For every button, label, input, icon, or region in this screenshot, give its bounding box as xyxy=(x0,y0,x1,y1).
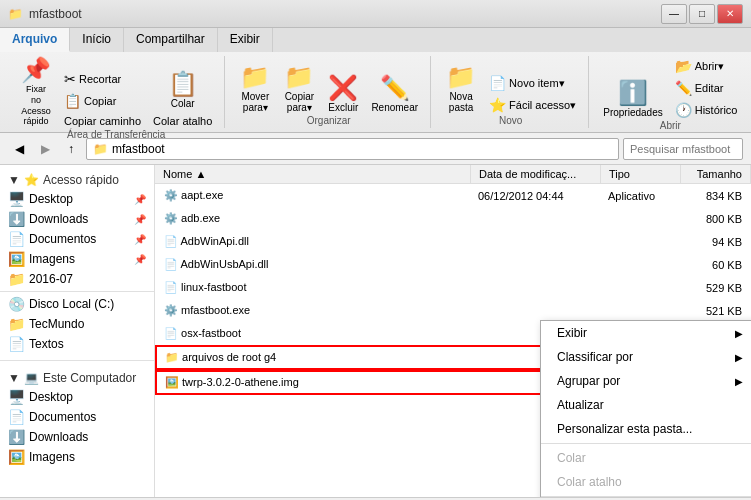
sidebar-item-imagens[interactable]: 🖼️ Imagens 📌 xyxy=(0,249,154,269)
title-bar: 📁 mfastboot — □ ✕ xyxy=(0,0,751,28)
sidebar-item-disco[interactable]: 💿 Disco Local (C:) xyxy=(0,294,154,314)
context-menu-item[interactable]: Colar xyxy=(541,446,751,470)
copiar-caminho-button[interactable]: Copiar caminho xyxy=(60,113,145,129)
ctx-item-label: Exibir xyxy=(557,326,727,340)
sidebar-item-documentos[interactable]: 📄 Documentos 📌 xyxy=(0,229,154,249)
sidebar-item-textos[interactable]: 📄 Textos xyxy=(0,334,154,354)
delete-icon: ❌ xyxy=(328,76,358,100)
quick-access-header[interactable]: ▼ ⭐ Acesso rápido xyxy=(0,169,154,189)
open-icon: 📂 xyxy=(675,58,692,74)
computer-header[interactable]: ▼ 💻 Este Computador xyxy=(0,367,154,387)
maximize-button[interactable]: □ xyxy=(689,4,715,24)
text-icon: 📄 xyxy=(8,336,25,352)
copiar-label: Copiar xyxy=(84,95,116,107)
context-menu-overlay[interactable]: Exibir▶Classificar por▶Agrupar por▶Atual… xyxy=(155,165,751,497)
historico-label: Histórico xyxy=(695,104,738,116)
quick-access-label: Acesso rápido xyxy=(43,173,119,187)
facil-acesso-button[interactable]: ⭐ Fácil acesso▾ xyxy=(485,95,580,115)
colar-atalho-label: Colar atalho xyxy=(153,115,212,127)
star-icon: ⭐ xyxy=(24,173,39,187)
paste-icon: 📋 xyxy=(168,72,198,96)
move-icon: 📁 xyxy=(240,65,270,89)
sidebar-item-downloads[interactable]: ⬇️ Downloads 📌 xyxy=(0,209,154,229)
sidebar-item-desktop2[interactable]: 🖥️ Desktop xyxy=(0,387,154,407)
context-menu-item[interactable]: Agrupar por▶ xyxy=(541,369,751,393)
context-menu-item[interactable]: Classificar por▶ xyxy=(541,345,751,369)
excluir-button[interactable]: ❌ Excluir xyxy=(323,74,363,115)
desktop-icon-2: 🖥️ xyxy=(8,389,25,405)
sidebar-item-desktop[interactable]: 🖥️ Desktop 📌 xyxy=(0,189,154,209)
colar-label: Colar xyxy=(171,98,195,109)
sidebar-item-downloads2[interactable]: ⬇️ Downloads xyxy=(0,427,154,447)
sidebar-desktop-label: Desktop xyxy=(29,192,128,206)
novo-item-button[interactable]: 📄 Novo item▾ xyxy=(485,73,580,93)
computer-icon: 💻 xyxy=(24,371,39,385)
ctx-item-label: Personalizar esta pasta... xyxy=(557,422,743,436)
tab-inicio[interactable]: Início xyxy=(70,28,124,52)
main-layout: ▼ ⭐ Acesso rápido 🖥️ Desktop 📌 ⬇️ Downlo… xyxy=(0,165,751,497)
historico-button[interactable]: 🕐 Histórico xyxy=(671,100,742,120)
ribbon-group-new: 📁 Novapasta 📄 Novo item▾ ⭐ Fácil acesso▾… xyxy=(433,56,589,128)
ctx-item-label: Agrupar por xyxy=(557,374,727,388)
tab-exibir[interactable]: Exibir xyxy=(218,28,273,52)
recortar-button[interactable]: ✂ Recortar xyxy=(60,69,145,89)
rename-icon: ✏️ xyxy=(380,76,410,100)
colar-button[interactable]: 📋 Colar xyxy=(149,70,216,111)
mover-button[interactable]: 📁 Moverpara▾ xyxy=(235,63,275,115)
colar-atalho-button[interactable]: Colar atalho xyxy=(149,113,216,129)
sidebar-tecmundo-label: TecMundo xyxy=(29,317,146,331)
folder-icon-2: 📁 xyxy=(8,271,25,287)
context-menu-item[interactable]: Exibir▶ xyxy=(541,321,751,345)
sidebar-textos-label: Textos xyxy=(29,337,146,351)
up-button[interactable]: ↑ xyxy=(60,138,82,160)
editar-button[interactable]: ✏️ Editar xyxy=(671,78,742,98)
new-folder-icon: 📁 xyxy=(446,65,476,89)
context-menu-item[interactable]: Atualizar xyxy=(541,393,751,417)
context-menu-item[interactable]: Personalizar esta pasta... xyxy=(541,417,751,441)
close-button[interactable]: ✕ xyxy=(717,4,743,24)
computer-section: ▼ 💻 Este Computador 🖥️ Desktop 📄 Documen… xyxy=(0,363,154,471)
computer-label: Este Computador xyxy=(43,371,136,385)
pin-indicator-3: 📌 xyxy=(134,234,146,245)
copiar-button[interactable]: 📋 Copiar xyxy=(60,91,145,111)
fixar-button[interactable]: 📌 Fixar noAcesso rápido xyxy=(16,56,56,129)
tab-arquivo[interactable]: Arquivo xyxy=(0,28,70,52)
sidebar-2016-label: 2016-07 xyxy=(29,272,146,286)
sidebar-item-2016-07[interactable]: 📁 2016-07 xyxy=(0,269,154,289)
context-menu: Exibir▶Classificar por▶Agrupar por▶Atual… xyxy=(540,320,751,497)
editar-label: Editar xyxy=(695,82,724,94)
sidebar-sep-1 xyxy=(0,291,154,292)
open-group-label: Abrir xyxy=(660,120,681,133)
tab-compartilhar[interactable]: Compartilhar xyxy=(124,28,218,52)
address-path: mfastboot xyxy=(112,142,165,156)
abrir-label: Abrir▾ xyxy=(695,60,724,73)
ribbon-group-open-items: ℹ️ Propriedades 📂 Abrir▾ ✏️ Editar 🕐 His… xyxy=(599,56,741,120)
forward-button[interactable]: ▶ xyxy=(34,138,56,160)
sidebar-item-documentos2[interactable]: 📄 Documentos xyxy=(0,407,154,427)
search-input[interactable] xyxy=(623,138,743,160)
sidebar-sep-2 xyxy=(0,360,154,361)
renomear-button[interactable]: ✏️ Renomear xyxy=(367,74,422,115)
nova-pasta-button[interactable]: 📁 Novapasta xyxy=(441,63,481,115)
copiar-para-label: Copiarpara▾ xyxy=(285,91,314,113)
sidebar-item-imagens2[interactable]: 🖼️ Imagens xyxy=(0,447,154,467)
context-menu-item[interactable]: Colar atalho xyxy=(541,470,751,494)
sidebar-item-tecmundo[interactable]: 📁 TecMundo xyxy=(0,314,154,334)
properties-icon: ℹ️ xyxy=(618,81,648,105)
sidebar-desktop2-label: Desktop xyxy=(29,390,146,404)
copiar-para-button[interactable]: 📁 Copiarpara▾ xyxy=(279,63,319,115)
propriedades-button[interactable]: ℹ️ Propriedades xyxy=(599,79,666,120)
sidebar: ▼ ⭐ Acesso rápido 🖥️ Desktop 📌 ⬇️ Downlo… xyxy=(0,165,155,497)
copy-icon: 📋 xyxy=(64,93,81,109)
nova-pasta-label: Novapasta xyxy=(449,91,473,113)
ribbon-content: 📌 Fixar noAcesso rápido ✂ Recortar 📋 Cop… xyxy=(0,52,751,132)
organize-group-label: Organizar xyxy=(307,115,351,128)
back-button[interactable]: ◀ xyxy=(8,138,30,160)
ribbon-group-new-items: 📁 Novapasta 📄 Novo item▾ ⭐ Fácil acesso▾ xyxy=(441,56,580,115)
desktop-icon: 🖥️ xyxy=(8,191,25,207)
minimize-button[interactable]: — xyxy=(661,4,687,24)
ctx-item-label: Atualizar xyxy=(557,398,743,412)
ribbon: Arquivo Início Compartilhar Exibir 📌 Fix… xyxy=(0,28,751,133)
address-bar[interactable]: 📁 mfastboot xyxy=(86,138,619,160)
abrir-button[interactable]: 📂 Abrir▾ xyxy=(671,56,742,76)
